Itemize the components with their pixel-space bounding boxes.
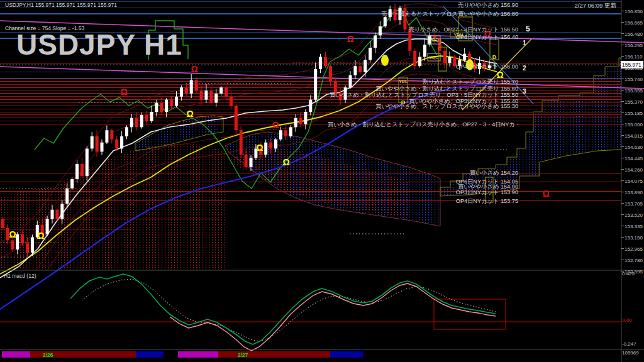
- macd-indicator-label: H1 macd (12): [4, 273, 36, 279]
- omega-marker-red: Ω: [542, 189, 549, 199]
- session-date-label: 2/27: [238, 352, 248, 358]
- price-annotation: 買い小さめ 154.20: [470, 170, 518, 176]
- omega-marker-yellow: Ω: [282, 157, 289, 167]
- omega-marker-red: Ω: [120, 87, 127, 97]
- macd-axis-max: 0.425: [622, 271, 643, 277]
- regression-channel-lower: [0, 67, 644, 89]
- omega-marker-yellow: Ω: [186, 109, 193, 119]
- corner-value: 105969: [622, 350, 643, 356]
- session-segment: [136, 351, 164, 358]
- price-annotation: 買い小さめ・割り込むとストップロス売り、OP3・5日NYカット 155.50: [330, 92, 518, 98]
- price-annotation: 売りやや小さめ 156.90: [458, 2, 518, 8]
- price-axis-label: 153.520: [625, 212, 643, 218]
- omega-marker-yellow: Ω: [9, 229, 16, 239]
- price-annotation: OP6日NYカット 156.40: [456, 34, 518, 40]
- price-axis-label: 156.850: [625, 9, 643, 14]
- price-axis-label: 155.370: [625, 99, 643, 105]
- price-axis-label: 153.705: [625, 201, 643, 207]
- macd-highlight-box: [434, 299, 506, 329]
- price-annotation: 売り小さめ、OP27・3日NYカット 156.50: [409, 26, 518, 33]
- session-segment: [2, 351, 30, 358]
- price-annotation: 買いやや小さめ、ストップロス売りやや小さめ 155.30: [375, 103, 518, 109]
- yellow-oval-marker: [381, 55, 389, 66]
- updated-timestamp: 2/27 06:09 更新: [574, 2, 616, 10]
- wave-count-label: 1: [523, 40, 526, 47]
- price-axis-label: 153.335: [625, 224, 643, 229]
- session-date-label: 2/26: [43, 352, 53, 358]
- omega-marker-red: Ω: [272, 120, 279, 130]
- session-segment: [330, 351, 363, 358]
- level-chip-label: YDC: [430, 55, 439, 60]
- session-bar: 2/262/27: [0, 349, 644, 358]
- price-axis-label: 154.815: [625, 133, 643, 139]
- price-axis-label: 154.075: [625, 178, 643, 184]
- price-axis-label: 156.665: [625, 20, 643, 26]
- price-axis-label: 155.000: [625, 122, 643, 128]
- price-axis-label: 154.445: [625, 156, 643, 162]
- level-chip-label: YDL: [399, 79, 408, 84]
- letter-marker: D: [492, 54, 497, 60]
- wave-count-label: 2: [523, 65, 526, 72]
- macd-signal-line: [82, 279, 496, 341]
- price-annotation: OP3日NYカット 153.90: [456, 189, 518, 195]
- price-axis-label: 152.780: [625, 258, 643, 263]
- macd-axis-zero: 0.00: [622, 317, 643, 323]
- omega-marker-yellow: Ω: [37, 231, 44, 241]
- price-axis-label: 156.110: [625, 54, 643, 60]
- price-axis-label: 152.965: [625, 246, 643, 252]
- omega-marker-yellow: Ω: [256, 143, 263, 153]
- price-annotation: 売り・超えるとストップロス買いやや小さめ 156.80: [381, 11, 518, 17]
- price-annotation: 割り込むとストップロス売り 155.70: [423, 79, 518, 85]
- price-annotation: OP4日NYカット 156.00: [456, 63, 518, 70]
- price-annotation: OP4日NYカット 153.75: [456, 198, 518, 204]
- level-chip-label: YDO: [429, 38, 439, 42]
- wave-count-label: 3: [523, 88, 526, 95]
- price-axis-label: 154.630: [625, 145, 643, 150]
- macd-axis-min: -0.247: [622, 341, 643, 347]
- session-segment: [218, 351, 330, 358]
- price-axis-label: 154.260: [625, 167, 643, 173]
- trading-chart-window: ΩΩΩΩΩΩΩΩΩΩΩΩYDOYDCYDHYDLDD5123売りやや小さめ 15…: [0, 0, 644, 362]
- price-annotation: 買いやや小さめ・割り込むとストップロス売り 155.60: [375, 85, 518, 92]
- chart-watermark: USDJPY H1: [16, 28, 182, 62]
- wave-count-label: 5: [526, 25, 530, 33]
- omega-marker-red: Ω: [191, 64, 197, 74]
- price-axis-label: 153.150: [625, 235, 643, 241]
- price-axis-label: 155.740: [625, 77, 643, 82]
- price-axis[interactable]: 156.850156.665156.480156.295156.110155.9…: [621, 0, 643, 362]
- macd-main-line: [70, 274, 496, 344]
- price-axis-label: 156.480: [625, 31, 643, 37]
- price-axis-label: 156.295: [625, 43, 643, 48]
- macd-pink-line: [170, 283, 496, 351]
- price-axis-label: 153.890: [625, 190, 643, 195]
- price-annotation: 買い小さめ・割り込むとストップロス売り小さめ、OP27・3・4日NYカ・: [328, 121, 521, 128]
- current-price-tag: 155.971: [621, 61, 643, 69]
- omega-marker-red: Ω: [347, 34, 353, 44]
- macd-panel[interactable]: [0, 270, 644, 351]
- session-segment: [178, 351, 218, 358]
- symbol-ohlc-info: USDJPY,H1 155.971 155.971 155.971 155.97…: [5, 2, 117, 8]
- price-axis-label: 155.555: [625, 88, 643, 94]
- price-axis-label: 155.185: [625, 111, 643, 116]
